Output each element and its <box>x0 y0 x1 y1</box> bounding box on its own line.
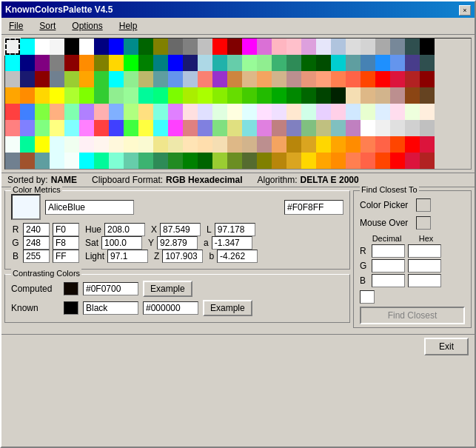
color-cell[interactable] <box>5 87 20 104</box>
color-cell[interactable] <box>301 55 316 71</box>
color-cell[interactable] <box>227 71 242 87</box>
color-cell[interactable] <box>168 87 183 104</box>
color-cell[interactable] <box>286 104 301 120</box>
color-cell[interactable] <box>227 55 242 71</box>
color-cell[interactable] <box>94 153 109 169</box>
color-cell[interactable] <box>35 55 50 71</box>
color-cell[interactable] <box>35 87 50 104</box>
color-cell[interactable] <box>316 39 331 55</box>
find-b-hex[interactable] <box>408 274 441 287</box>
color-cell[interactable] <box>331 87 346 104</box>
color-cell[interactable] <box>316 153 331 169</box>
find-g-decimal[interactable] <box>372 259 405 273</box>
color-cell[interactable] <box>405 136 420 153</box>
color-cell[interactable] <box>242 39 257 55</box>
color-cell[interactable] <box>286 87 301 104</box>
color-cell[interactable] <box>272 120 286 136</box>
color-cell[interactable] <box>198 71 212 87</box>
color-cell[interactable] <box>361 136 375 153</box>
color-cell[interactable] <box>35 39 50 55</box>
color-cell[interactable] <box>20 39 35 55</box>
color-cell[interactable] <box>50 87 64 104</box>
color-cell[interactable] <box>405 87 420 104</box>
computed-hex[interactable] <box>83 282 138 295</box>
color-cell[interactable] <box>420 87 435 104</box>
color-cell[interactable] <box>227 104 242 120</box>
known-example-button[interactable]: Example <box>203 300 252 316</box>
color-cell[interactable] <box>138 104 153 120</box>
color-cell[interactable] <box>79 87 94 104</box>
color-cell[interactable] <box>183 71 198 87</box>
color-cell[interactable] <box>183 104 198 120</box>
color-cell[interactable] <box>109 87 124 104</box>
color-cell[interactable] <box>50 153 64 169</box>
color-cell[interactable] <box>420 153 435 169</box>
color-cell[interactable] <box>242 120 257 136</box>
r-hex[interactable] <box>53 223 79 236</box>
color-cell[interactable] <box>168 71 183 87</box>
color-cell[interactable] <box>316 104 331 120</box>
color-cell[interactable] <box>5 104 20 120</box>
color-cell[interactable] <box>5 120 20 136</box>
color-cell[interactable] <box>375 136 390 153</box>
color-cell[interactable] <box>301 71 316 87</box>
color-cell[interactable] <box>375 104 390 120</box>
color-cell[interactable] <box>227 136 242 153</box>
color-cell[interactable] <box>420 120 435 136</box>
color-cell[interactable] <box>212 87 227 104</box>
color-cell[interactable] <box>301 39 316 55</box>
color-cell[interactable] <box>35 120 50 136</box>
g-hex[interactable] <box>53 236 79 250</box>
color-cell[interactable] <box>286 39 301 55</box>
color-cell[interactable] <box>227 120 242 136</box>
color-cell[interactable] <box>346 55 361 71</box>
color-cell[interactable] <box>168 136 183 153</box>
color-cell[interactable] <box>405 120 420 136</box>
color-cell[interactable] <box>257 55 272 71</box>
color-cell[interactable] <box>257 136 272 153</box>
color-cell[interactable] <box>20 153 35 169</box>
color-cell[interactable] <box>227 39 242 55</box>
color-cell[interactable] <box>331 39 346 55</box>
computed-example-button[interactable]: Example <box>143 281 192 297</box>
color-cell[interactable] <box>153 120 168 136</box>
color-cell[interactable] <box>79 55 94 71</box>
color-cell[interactable] <box>286 136 301 153</box>
color-cell[interactable] <box>153 39 168 55</box>
find-b-decimal[interactable] <box>372 274 405 287</box>
known-color-name[interactable] <box>83 301 138 315</box>
color-cell[interactable] <box>198 120 212 136</box>
color-cell[interactable] <box>257 120 272 136</box>
color-cell[interactable] <box>5 55 20 71</box>
color-cell[interactable] <box>316 55 331 71</box>
color-cell[interactable] <box>361 87 375 104</box>
color-cell[interactable] <box>124 120 138 136</box>
color-cell[interactable] <box>257 153 272 169</box>
color-cell[interactable] <box>94 55 109 71</box>
color-cell[interactable] <box>5 153 20 169</box>
color-cell[interactable] <box>64 136 79 153</box>
color-cell[interactable] <box>257 39 272 55</box>
color-cell[interactable] <box>212 104 227 120</box>
color-cell[interactable] <box>286 120 301 136</box>
color-cell[interactable] <box>124 136 138 153</box>
color-cell[interactable] <box>272 87 286 104</box>
color-cell[interactable] <box>183 39 198 55</box>
b-hex[interactable] <box>53 250 79 263</box>
color-cell[interactable] <box>198 153 212 169</box>
find-closest-button[interactable]: Find Closest <box>360 307 465 324</box>
color-cell[interactable] <box>301 136 316 153</box>
color-cell[interactable] <box>35 104 50 120</box>
color-cell[interactable] <box>242 55 257 71</box>
color-cell[interactable] <box>405 55 420 71</box>
color-cell[interactable] <box>390 136 405 153</box>
color-cell[interactable] <box>331 153 346 169</box>
color-cell[interactable] <box>20 55 35 71</box>
color-cell[interactable] <box>153 87 168 104</box>
color-cell[interactable] <box>124 153 138 169</box>
hex-field[interactable] <box>284 200 343 215</box>
color-cell[interactable] <box>124 87 138 104</box>
color-cell[interactable] <box>64 55 79 71</box>
color-cell[interactable] <box>212 136 227 153</box>
close-button[interactable]: × <box>459 5 471 16</box>
